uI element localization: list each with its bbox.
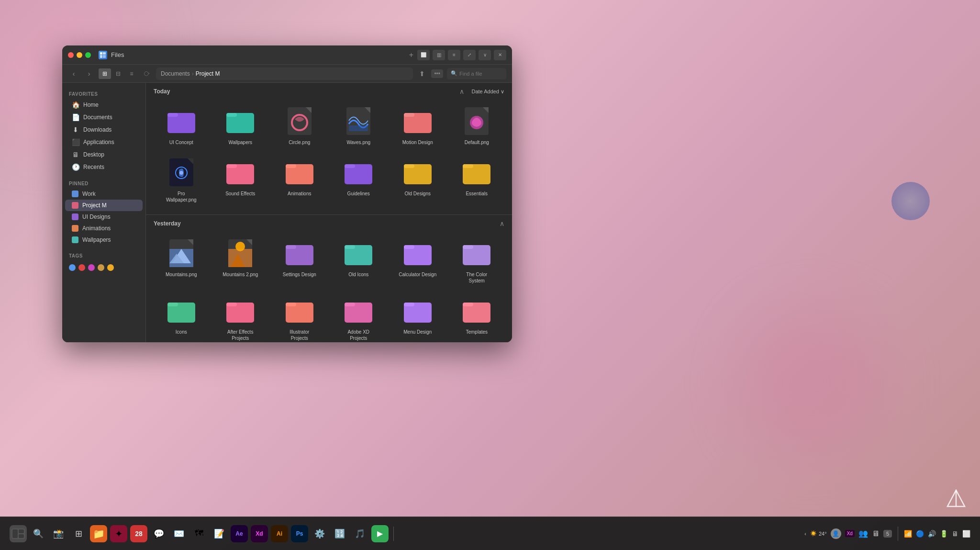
more-options-button[interactable]: •••	[431, 69, 443, 78]
new-tab-button[interactable]: +	[409, 51, 413, 59]
file-item-pro-wallpaper[interactable]: Pro Wallpaper.png	[154, 153, 209, 207]
panel-toggle-button[interactable]: ▥	[433, 50, 445, 60]
dock-ae-icon[interactable]: Ae	[231, 525, 248, 542]
file-item-ui-concept[interactable]: UI Concept	[154, 102, 209, 149]
sidebar-item-desktop[interactable]: 🖥 Desktop	[65, 148, 143, 161]
status-apps-icon[interactable]: 🖥	[872, 529, 880, 538]
svg-rect-13	[349, 125, 368, 131]
list-view-button[interactable]: ⊟	[112, 68, 124, 79]
documents-icon: 📄	[72, 113, 79, 121]
forward-button[interactable]: ›	[83, 68, 95, 79]
dock-app1-icon[interactable]: ✦	[110, 525, 127, 542]
status-bluetooth[interactable]: 🔵	[916, 530, 924, 538]
status-screen-capture[interactable]: ⬜	[962, 530, 970, 538]
icon-view-button[interactable]: ⊞	[99, 68, 111, 79]
file-item-motion-design[interactable]: Motion Design	[390, 102, 445, 149]
dock-ps-icon[interactable]: Ps	[291, 525, 308, 542]
upload-button[interactable]: ⬆	[417, 68, 427, 79]
dock-settings-icon[interactable]: ⚙️	[311, 525, 328, 542]
sidebar-downloads-label: Downloads	[83, 126, 111, 133]
file-item-animations[interactable]: Animations	[272, 153, 327, 207]
file-item-templates[interactable]: Templates	[449, 292, 505, 342]
status-back-button[interactable]: ‹	[804, 531, 806, 537]
circle-png-label: Circle.png	[289, 139, 310, 146]
file-item-circle-png[interactable]: Circle.png	[272, 102, 327, 149]
dock-search-icon[interactable]: 🔍	[30, 525, 47, 542]
file-item-default-png[interactable]: Default.png	[449, 102, 505, 149]
yesterday-collapse-button[interactable]: ∧	[500, 220, 504, 227]
status-wifi[interactable]: 📶	[904, 530, 912, 538]
today-collapse-button[interactable]: ∧	[459, 88, 464, 95]
sidebar-item-home[interactable]: 🏠 Home	[65, 99, 143, 111]
breadcrumb-parent[interactable]: Documents	[161, 70, 190, 77]
sidebar-item-documents[interactable]: 📄 Documents	[65, 111, 143, 123]
sidebar-toggle-button[interactable]: ⬜	[417, 50, 430, 60]
file-item-sound-effects[interactable]: Sound Effects	[213, 153, 268, 207]
fullscreen-button[interactable]: ⤢	[463, 50, 476, 60]
svg-point-22	[179, 171, 183, 175]
dock-ai-icon[interactable]: Ai	[271, 525, 288, 542]
file-item-wallpapers[interactable]: Wallpapers	[213, 102, 268, 149]
file-item-old-designs[interactable]: Old Designs	[390, 153, 445, 207]
dock-messages-icon[interactable]: 💬	[150, 525, 167, 542]
status-volume[interactable]: 🔊	[928, 530, 936, 538]
file-item-essentials[interactable]: Essentials	[449, 153, 505, 207]
chevron-button[interactable]: ∨	[479, 50, 491, 60]
minimize-button[interactable]	[77, 52, 82, 58]
dock-maps-icon[interactable]: 🗺	[190, 525, 208, 542]
back-button[interactable]: ‹	[68, 68, 79, 79]
sidebar-item-animations[interactable]: Animations	[65, 223, 143, 234]
file-item-calculator-design[interactable]: Calculator Design	[390, 234, 445, 288]
file-item-after-effects[interactable]: After Effects Projects	[213, 292, 268, 342]
dock-folder-icon[interactable]: 📁	[90, 525, 107, 542]
close-button[interactable]	[68, 52, 74, 58]
dock-screenshot-icon[interactable]: 📸	[50, 525, 67, 542]
svg-rect-2	[100, 55, 102, 58]
svg-rect-24	[226, 164, 237, 168]
maximize-button[interactable]	[85, 52, 91, 58]
sidebar-item-project-m[interactable]: Project M	[65, 200, 143, 211]
file-item-settings-design[interactable]: Settings Design	[272, 234, 327, 288]
tag-red[interactable]	[78, 264, 85, 271]
status-display[interactable]: 🖥	[952, 530, 958, 538]
dock-play-icon[interactable]: ▶	[371, 525, 389, 542]
dock-finder-icon[interactable]	[10, 525, 27, 542]
file-item-adobe-xd[interactable]: Adobe XD Projects	[331, 292, 387, 342]
tag-orange[interactable]	[107, 264, 114, 271]
file-item-menu-design[interactable]: Menu Design	[390, 292, 445, 342]
dock-notes-icon[interactable]: 📝	[211, 525, 228, 542]
sidebar-item-wallpapers[interactable]: Wallpapers	[65, 234, 143, 246]
dock-grid-icon[interactable]: ⊞	[70, 525, 87, 542]
dock-mail-icon[interactable]: ✉️	[170, 525, 188, 542]
file-item-old-icons[interactable]: Old Icons	[331, 234, 387, 288]
tag-purple[interactable]	[88, 264, 95, 271]
filter-button[interactable]: ⧂	[142, 68, 152, 79]
sidebar-item-recents[interactable]: 🕐 Recents	[65, 161, 143, 173]
window-close-button[interactable]: ✕	[494, 50, 506, 60]
file-item-icons[interactable]: Icons	[154, 292, 209, 342]
tag-gold[interactable]	[98, 264, 104, 271]
sidebar-item-work[interactable]: Work	[65, 188, 143, 200]
column-view-button[interactable]: ≡	[125, 68, 138, 79]
sidebar-item-ui-designs[interactable]: UI Designs	[65, 211, 143, 223]
date-added-button[interactable]: Date Added ∨	[472, 89, 505, 95]
dock-music-icon[interactable]: 🎵	[351, 525, 368, 542]
circle-png-icon	[284, 106, 315, 136]
file-item-guidelines[interactable]: Guidelines	[331, 153, 387, 207]
sidebar-item-applications[interactable]: ⬛ Applications	[65, 136, 143, 148]
file-item-waves-png[interactable]: Waves.png	[331, 102, 387, 149]
file-item-mountains[interactable]: Mountains.png	[154, 234, 209, 288]
status-battery[interactable]: 🔋	[940, 530, 948, 538]
sidebar-item-downloads[interactable]: ⬇ Downloads	[65, 123, 143, 136]
file-item-mountains2[interactable]: Mountains 2.png	[213, 234, 268, 288]
status-avatar[interactable]: 👤	[831, 528, 841, 539]
dock-xd-icon[interactable]: Xd	[251, 525, 268, 542]
status-group-avatars[interactable]: 👥	[858, 529, 868, 538]
list-toggle-button[interactable]: ≡	[448, 50, 460, 60]
tag-blue[interactable]	[69, 264, 76, 271]
search-input[interactable]	[459, 71, 502, 77]
file-item-color-system[interactable]: The Color System	[449, 234, 505, 288]
file-item-illustrator[interactable]: Illustrator Projects	[272, 292, 327, 342]
dock-calculator-icon[interactable]: 🔢	[331, 525, 348, 542]
dock-calendar-icon[interactable]: 28	[130, 525, 147, 542]
